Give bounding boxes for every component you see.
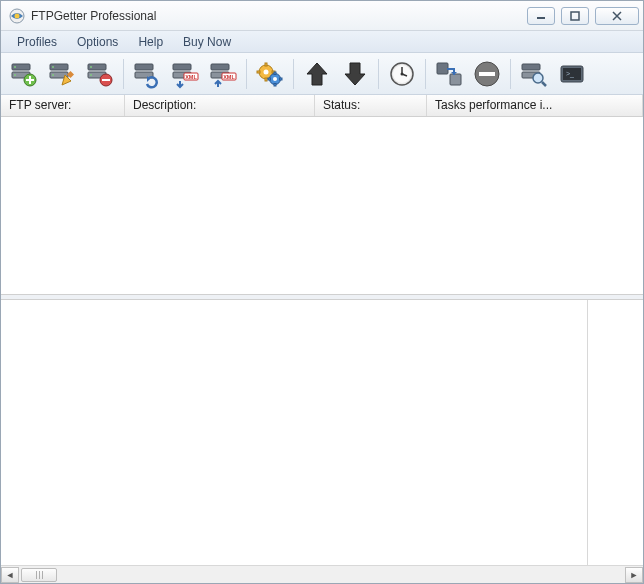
schedule-button[interactable] [385,57,419,91]
svg-rect-34 [265,63,267,66]
scroll-track[interactable] [19,567,625,583]
scroll-thumb[interactable] [21,568,57,582]
svg-point-55 [533,73,543,83]
horizontal-scrollbar[interactable]: ◄ ► [1,565,643,583]
toolbar-sep-6 [510,59,511,89]
server-xml-out-icon: XML [208,59,238,89]
server-minus-icon [85,59,115,89]
toolbar-sep-1 [123,59,124,89]
svg-rect-35 [265,78,267,81]
scroll-left-button[interactable]: ◄ [1,567,19,583]
upload-button[interactable] [300,57,334,91]
menu-profiles[interactable]: Profiles [7,33,67,51]
servers-connect-icon [434,59,464,89]
titlebar: FTPGetter Professional [1,1,643,31]
maximize-button[interactable] [561,7,589,25]
app-icon [9,8,25,24]
svg-rect-49 [437,63,448,74]
columns-header: FTP server: Description: Status: Tasks p… [1,95,643,117]
svg-text:>_: >_ [566,70,574,78]
menu-options[interactable]: Options [67,33,128,51]
svg-point-6 [14,66,16,68]
svg-rect-53 [522,64,540,70]
menubar: Profiles Options Help Buy Now [1,31,643,53]
toolbar: XML XML [1,53,643,95]
svg-point-39 [273,77,277,81]
menu-help[interactable]: Help [128,33,173,51]
arrow-up-icon [303,60,331,88]
window-controls [527,7,639,25]
stop-icon [473,60,501,88]
clock-icon [387,59,417,89]
scroll-right-button[interactable]: ► [625,567,643,583]
svg-line-56 [542,82,546,86]
server-refresh-button[interactable] [130,57,164,91]
terminal-icon: >_ [558,60,586,88]
download-button[interactable] [338,57,372,91]
svg-point-19 [90,74,92,76]
svg-rect-41 [274,83,276,86]
svg-point-1 [15,13,20,18]
export-xml-button[interactable]: XML [206,57,240,91]
svg-rect-22 [135,64,153,70]
svg-rect-10 [26,79,34,81]
server-search-icon [519,59,549,89]
window-title: FTPGetter Professional [31,9,527,23]
svg-point-14 [52,74,54,76]
minimize-icon [536,11,546,21]
svg-point-48 [401,72,404,75]
col-status[interactable]: Status: [315,95,427,116]
maximize-icon [570,11,580,21]
close-button[interactable] [595,7,639,25]
svg-rect-36 [257,71,260,73]
svg-rect-52 [479,72,495,76]
toolbar-sep-5 [425,59,426,89]
col-ftp-server[interactable]: FTP server: [1,95,125,116]
server-refresh-icon [132,59,162,89]
svg-rect-40 [274,72,276,75]
svg-text:XML: XML [223,74,235,80]
svg-rect-2 [537,17,545,19]
import-xml-button[interactable]: XML [168,57,202,91]
col-tasks-perf[interactable]: Tasks performance i... [427,95,643,116]
svg-point-18 [90,66,92,68]
server-add-button[interactable] [7,57,41,91]
server-xml-in-icon: XML [170,59,200,89]
toolbar-sep-4 [378,59,379,89]
arrow-down-icon [341,60,369,88]
menu-buynow[interactable]: Buy Now [173,33,241,51]
side-panel [587,300,643,565]
svg-rect-42 [268,78,271,80]
log-button[interactable]: >_ [555,57,589,91]
stop-button[interactable] [470,57,504,91]
lower-panel [1,300,643,565]
server-remove-button[interactable] [83,57,117,91]
svg-rect-21 [102,79,110,81]
server-edit-button[interactable] [45,57,79,91]
server-pencil-icon [47,59,77,89]
toolbar-sep-2 [246,59,247,89]
minimize-button[interactable] [527,7,555,25]
server-list-panel[interactable] [1,117,643,295]
settings-button[interactable] [253,57,287,91]
svg-rect-43 [280,78,283,80]
svg-point-13 [52,66,54,68]
svg-rect-28 [211,64,229,70]
svg-text:XML: XML [185,74,197,80]
connect-button[interactable] [432,57,466,91]
svg-rect-3 [571,12,579,20]
browse-button[interactable] [517,57,551,91]
svg-rect-24 [173,64,191,70]
svg-rect-50 [450,74,461,85]
svg-point-7 [14,74,16,76]
toolbar-sep-3 [293,59,294,89]
close-icon [611,11,623,21]
log-panel[interactable] [1,300,587,565]
col-description[interactable]: Description: [125,95,315,116]
gears-icon [255,59,285,89]
svg-point-33 [264,69,269,74]
main-window: FTPGetter Professional Profiles Options … [0,0,644,584]
server-plus-icon [9,59,39,89]
